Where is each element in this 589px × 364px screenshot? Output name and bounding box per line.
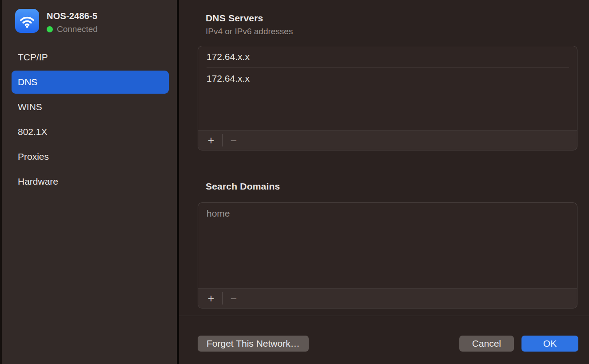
dns-settings-panel: DNS Servers IPv4 or IPv6 addresses 172.6… xyxy=(179,0,589,364)
dns-server-entry[interactable]: 172.64.x.x xyxy=(198,68,577,89)
toolbar-separator xyxy=(222,292,223,305)
connected-dot-icon xyxy=(47,26,53,32)
dns-servers-list-box: 172.64.x.x 172.64.x.x + − xyxy=(198,46,577,150)
remove-search-domain-button[interactable]: − xyxy=(225,291,242,306)
sidebar-item-tcpip[interactable]: TCP/IP xyxy=(12,46,169,69)
sidebar-item-wins[interactable]: WINS xyxy=(12,95,169,119)
ok-button[interactable]: OK xyxy=(521,336,578,352)
network-name: NOS-2486-5 xyxy=(47,11,98,21)
forget-network-button[interactable]: Forget This Network… xyxy=(198,336,309,352)
sidebar-item-hardware[interactable]: Hardware xyxy=(12,170,169,193)
dns-servers-list: 172.64.x.x 172.64.x.x xyxy=(198,46,577,130)
connection-status: Connected xyxy=(57,24,98,34)
cancel-button[interactable]: Cancel xyxy=(459,336,514,352)
search-domains-list: home xyxy=(198,203,577,288)
add-dns-server-button[interactable]: + xyxy=(203,133,219,148)
sidebar-item-dns[interactable]: DNS xyxy=(12,71,169,94)
dns-servers-toolbar: + − xyxy=(198,130,577,150)
dns-servers-title: DNS Servers xyxy=(206,13,589,24)
status-row: Connected xyxy=(47,24,98,34)
search-domain-entry[interactable]: home xyxy=(198,203,577,224)
dns-server-entry[interactable]: 172.64.x.x xyxy=(198,46,577,67)
toolbar-separator xyxy=(222,134,223,146)
wifi-icon xyxy=(15,9,39,33)
network-info: NOS-2486-5 Connected xyxy=(47,9,98,34)
search-domains-list-box: home + − xyxy=(198,202,577,309)
footer-bar: Forget This Network… Cancel OK xyxy=(179,316,589,352)
network-header: NOS-2486-5 Connected xyxy=(15,9,177,34)
add-search-domain-button[interactable]: + xyxy=(203,291,219,306)
sidebar-item-8021x[interactable]: 802.1X xyxy=(12,120,169,143)
sidebar-nav: TCP/IP DNS WINS 802.1X Proxies Hardware xyxy=(2,46,177,193)
sidebar: NOS-2486-5 Connected TCP/IP DNS WINS 802… xyxy=(2,0,177,364)
dns-servers-subtitle: IPv4 or IPv6 addresses xyxy=(206,27,589,36)
search-domains-toolbar: + − xyxy=(198,288,577,308)
sidebar-item-proxies[interactable]: Proxies xyxy=(12,145,169,168)
remove-dns-server-button[interactable]: − xyxy=(225,133,242,148)
search-domains-title: Search Domains xyxy=(206,181,589,192)
network-details-window: NOS-2486-5 Connected TCP/IP DNS WINS 802… xyxy=(0,0,589,364)
